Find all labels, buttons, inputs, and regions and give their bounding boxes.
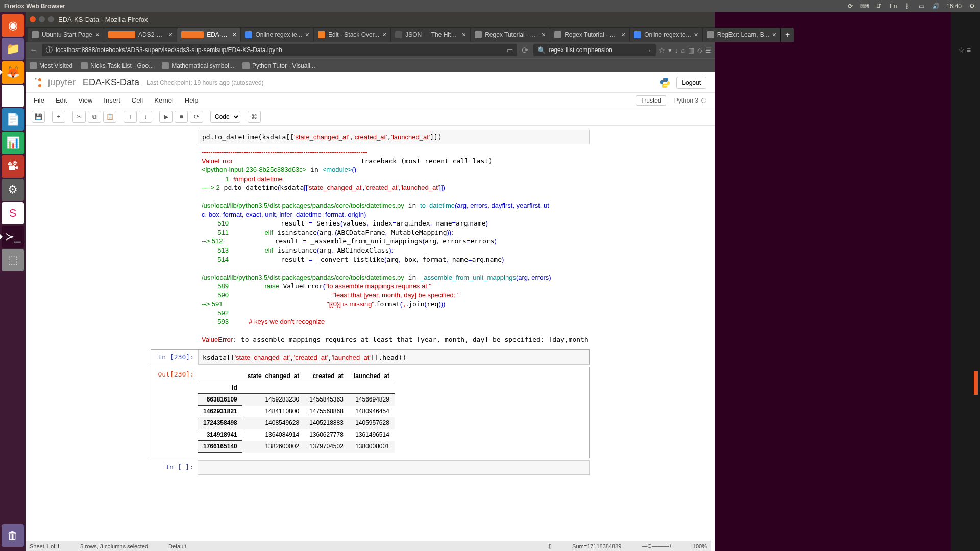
jupyter-logo[interactable]: jupyter [34,77,76,89]
star-icon[interactable]: ☆ ≡ [958,46,971,54]
calc-icon[interactable]: 📊 [2,132,24,154]
code-cell[interactable]: In [230]: ksdata[['state_changed_at','cr… [151,349,590,365]
bookmark-item[interactable]: Nicks-Task-List - Goo... [81,62,154,69]
battery-icon[interactable]: ▭ [918,2,926,10]
window-close-button[interactable] [30,16,36,22]
search-bar[interactable]: 🔍 regex llist comphension → [533,44,656,56]
logout-button[interactable]: Logout [676,77,706,89]
browser-tab[interactable]: EDA-KS-Data× [177,28,240,42]
library-icon[interactable]: ▥ [688,46,694,54]
tab-close-icon[interactable]: × [542,31,546,39]
dropdown-icon[interactable]: → [645,46,652,54]
tab-close-icon[interactable]: × [621,31,625,39]
impress-icon[interactable]: 📽 [2,155,24,178]
clock[interactable]: 16:40 [946,3,962,10]
new-tab-button[interactable]: + [781,28,794,42]
move-down-button[interactable]: ↓ [139,111,152,123]
browser-tab[interactable]: JSON — The Hitc...× [391,28,470,42]
bluetooth-icon[interactable]: ᛒ [903,2,912,10]
menu-cell[interactable]: Cell [132,96,143,104]
move-up-button[interactable]: ↑ [124,111,137,123]
downloads-icon[interactable]: ↓ [675,46,678,54]
writer-icon[interactable]: 📄 [2,108,24,131]
bookmark-item[interactable]: Mathematical symbol... [162,62,234,69]
reload-button[interactable]: ⟳ [520,45,530,55]
cut-button[interactable]: ✂ [72,111,86,123]
output-cell: Out[230]: state_changed_atcreated_atlaun… [151,367,590,458]
add-cell-button[interactable]: + [52,111,65,123]
browser-tab[interactable]: ADS2-eda-unsup× [104,28,177,42]
paste-button[interactable]: 📋 [103,111,116,123]
window-minimize-button[interactable] [39,16,45,22]
sheet-indicator: Sheet 1 of 1 [30,543,60,549]
stop-button[interactable]: ■ [175,111,188,123]
tab-close-icon[interactable]: × [232,31,236,39]
keyboard-icon[interactable]: ⌨ [861,2,869,10]
menu-kernel[interactable]: Kernel [154,96,174,104]
bookmark-item[interactable]: Most Visited [30,62,72,69]
browser-tab[interactable]: Online regex te...× [630,28,702,42]
disk-icon[interactable]: ⬚ [2,249,24,271]
url-text: localhost:8888/notebooks/ADS3-supervised… [56,46,504,54]
code-input[interactable] [198,460,590,475]
trusted-badge[interactable]: Trusted [636,95,666,106]
wifi-icon[interactable]: ⇵ [875,2,883,10]
tab-close-icon[interactable]: × [382,31,386,39]
firefox-icon[interactable]: 🦊 [2,61,24,84]
slack-icon[interactable]: S [2,202,24,224]
sync-icon[interactable]: ⟳ [846,2,854,10]
address-bar[interactable]: ⓘ localhost:8888/notebooks/ADS3-supervis… [42,44,517,56]
menu-help[interactable]: Help [185,96,199,104]
terminal-icon[interactable]: ≻_ [2,226,24,248]
window-maximize-button[interactable] [48,16,54,22]
browser-tab[interactable]: Edit - Stack Over...× [314,28,390,42]
gear-icon[interactable]: ⚙ [968,2,976,10]
tab-favicon-icon [245,31,252,38]
browser-tab[interactable]: Online regex te...× [241,28,313,42]
zoom-slider[interactable]: —⊝———+ [642,543,672,549]
language-indicator[interactable]: En [889,2,897,10]
kernel-indicator[interactable]: Python 3 [674,97,706,104]
files-icon[interactable]: 📁 [2,38,24,60]
tab-close-icon[interactable]: × [694,31,698,39]
browser-tab[interactable]: RegExr: Learn, B...× [703,28,780,42]
code-cell[interactable]: pd.to_datetime(ksdata[['state_changed_at… [151,130,590,347]
command-palette-button[interactable]: ⌘ [248,111,261,123]
menu-view[interactable]: View [78,96,92,104]
tab-close-icon[interactable]: × [168,31,173,39]
code-input[interactable]: ksdata[['state_changed_at','created_at',… [198,350,589,365]
save-button[interactable]: 💾 [32,111,45,123]
tab-close-icon[interactable]: × [772,31,776,39]
restart-button[interactable]: ⟳ [190,111,203,123]
trash-icon[interactable]: 🗑 [2,524,24,547]
code-input[interactable]: pd.to_datetime(ksdata[['state_changed_at… [198,130,590,144]
star-icon[interactable]: ☆ [659,46,665,54]
home-icon[interactable]: ⌂ [681,46,685,54]
notebook-title[interactable]: EDA-KS-Data [83,77,139,88]
info-icon[interactable]: ⓘ [46,45,53,55]
browser-tab[interactable]: Regex Tutorial - Par...× [471,28,550,42]
chrome-icon[interactable]: ◯ [2,85,24,107]
browser-tab[interactable]: Regex Tutorial - Rep...× [550,28,629,42]
dash-icon[interactable]: ◉ [2,14,24,37]
settings-icon[interactable]: ⚙ [2,179,24,201]
tab-close-icon[interactable]: × [95,31,100,39]
bookmark-item[interactable]: Python Tutor - Visuali... [242,62,315,69]
tab-label: JSON — The Hitc... [405,31,459,38]
reader-icon[interactable]: ▭ [507,46,513,54]
copy-button[interactable]: ⧉ [88,111,101,123]
menu-edit[interactable]: Edit [56,96,67,104]
menu-file[interactable]: File [34,96,44,104]
pocket2-icon[interactable]: ◇ [697,46,702,54]
volume-icon[interactable]: 🔊 [932,2,940,10]
back-button[interactable]: ← [29,45,39,55]
code-cell[interactable]: In [ ]: [151,460,590,475]
run-button[interactable]: ▶ [159,111,173,123]
pocket-icon[interactable]: ▾ [668,46,672,54]
menu-insert[interactable]: Insert [104,96,120,104]
tab-close-icon[interactable]: × [305,31,309,39]
menu-icon[interactable]: ☰ [705,46,712,54]
browser-tab[interactable]: Ubuntu Start Page× [28,28,104,42]
tab-close-icon[interactable]: × [462,31,466,39]
celltype-select[interactable]: Code [210,111,240,123]
